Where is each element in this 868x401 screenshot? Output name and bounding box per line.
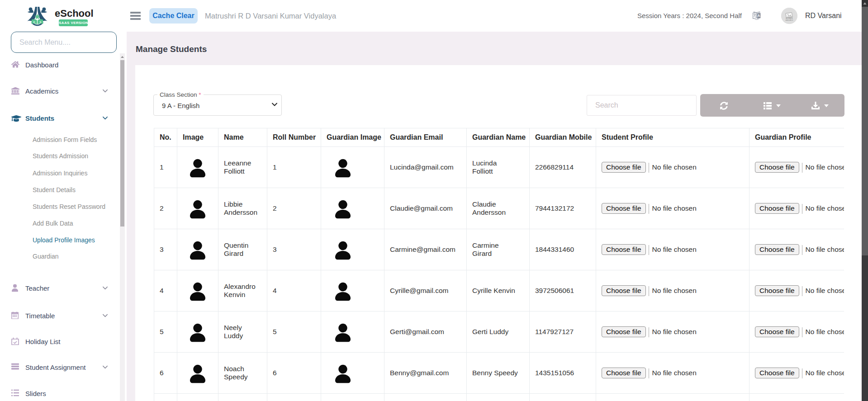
svg-text:A: A — [757, 14, 760, 18]
svg-text:AVAILABLE: AVAILABLE — [786, 19, 793, 21]
svg-text:E: E — [33, 21, 35, 24]
svg-text:S: S — [40, 21, 42, 24]
